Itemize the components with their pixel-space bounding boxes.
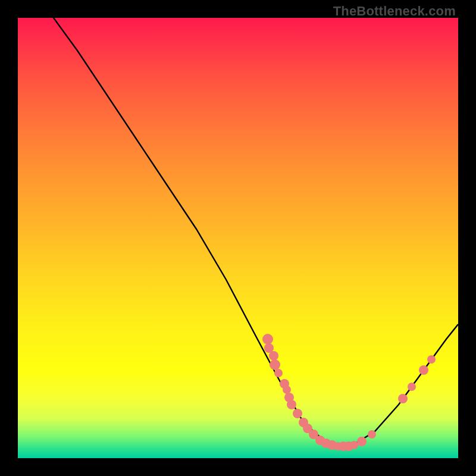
- chart-svg: [18, 18, 458, 458]
- data-markers: [262, 334, 436, 451]
- data-marker: [293, 409, 302, 418]
- data-marker: [398, 394, 408, 403]
- data-marker: [408, 383, 416, 391]
- bottleneck-curve: [54, 18, 458, 446]
- data-marker: [274, 369, 283, 377]
- data-marker: [269, 351, 278, 361]
- data-marker: [419, 365, 428, 375]
- data-marker: [368, 430, 376, 439]
- data-marker: [270, 359, 280, 370]
- data-marker: [283, 386, 291, 394]
- chart-plot-area: [18, 18, 458, 458]
- data-marker: [350, 441, 358, 449]
- watermark-text: TheBottleneck.com: [333, 4, 456, 19]
- data-marker: [262, 334, 273, 345]
- data-marker: [427, 355, 436, 364]
- data-marker: [357, 437, 367, 446]
- data-marker: [287, 400, 296, 409]
